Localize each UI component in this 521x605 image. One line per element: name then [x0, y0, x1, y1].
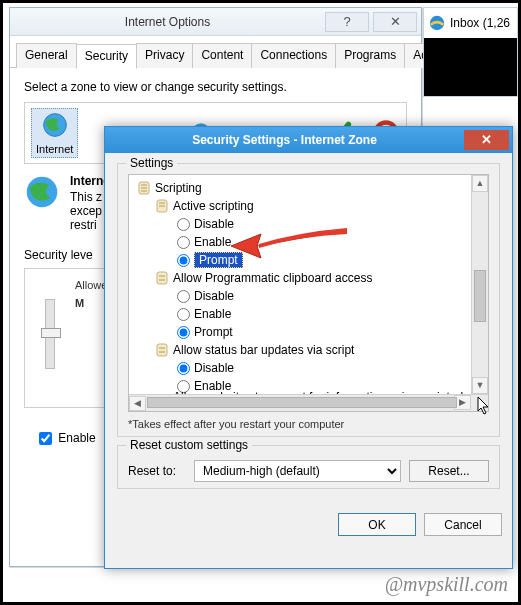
dialog-button-row: OK Cancel [105, 505, 512, 544]
settings-tree[interactable]: Scripting Active scripting Disable Enabl… [128, 174, 489, 412]
enable-pm-label: Enable [58, 431, 95, 445]
settings-legend: Settings [126, 156, 177, 170]
radio-prog-disable[interactable]: Disable [133, 287, 486, 305]
ss-close-button[interactable]: ✕ [464, 130, 509, 150]
enable-pm-checkbox[interactable] [39, 432, 52, 445]
globe-icon [41, 111, 69, 139]
scroll-icon [137, 181, 151, 195]
ss-titlebar: Security Settings - Internet Zone ✕ [105, 127, 512, 153]
level-slider[interactable] [45, 299, 55, 369]
radio-as-prompt[interactable]: Prompt [133, 251, 486, 269]
radio-status-disable[interactable]: Disable [133, 359, 486, 377]
io-title: Internet Options [10, 15, 325, 29]
scroll-icon [155, 199, 169, 213]
tab-general[interactable]: General [16, 43, 77, 68]
io-tabstrip: General Security Privacy Content Connect… [10, 36, 421, 68]
inbox-label: Inbox (1,26 [450, 16, 510, 30]
zone-internet-label: Internet [36, 143, 73, 155]
tree-allow-prog-clipboard[interactable]: Allow Programmatic clipboard access [133, 269, 486, 287]
cancel-button[interactable]: Cancel [424, 513, 502, 536]
io-titlebar: Internet Options ? ✕ [10, 8, 421, 36]
reset-level-select[interactable]: Medium-high (default) [194, 460, 401, 482]
radio-prog-prompt[interactable]: Prompt [133, 323, 486, 341]
scroll-left-button[interactable]: ◀ [129, 396, 146, 411]
tree-vscroll[interactable]: ▲ ▼ [471, 175, 488, 394]
ss-title: Security Settings - Internet Zone [105, 133, 464, 147]
level-medium-label: M [75, 297, 84, 309]
reset-button[interactable]: Reset... [409, 460, 489, 482]
tree-allow-status-bar[interactable]: Allow status bar updates via script [133, 341, 486, 359]
restart-note: *Takes effect after you restart your com… [128, 418, 489, 430]
radio-as-enable[interactable]: Enable [133, 233, 486, 251]
ok-button[interactable]: OK [338, 513, 416, 536]
tab-programs[interactable]: Programs [335, 43, 405, 68]
help-button[interactable]: ? [325, 12, 369, 32]
inbox-window-sliver: Inbox (1,26 [423, 7, 518, 97]
slider-thumb[interactable] [41, 328, 61, 338]
io-close-button[interactable]: ✕ [373, 12, 417, 32]
zone-prompt: Select a zone to view or change security… [24, 80, 407, 94]
hscroll-thumb[interactable] [147, 397, 457, 408]
tree-active-scripting[interactable]: Active scripting [133, 197, 486, 215]
radio-as-disable[interactable]: Disable [133, 215, 486, 233]
svg-rect-14 [157, 272, 167, 284]
radio-prog-enable[interactable]: Enable [133, 305, 486, 323]
zone-internet[interactable]: Internet [31, 108, 78, 158]
tree-hscroll[interactable]: ◀ ▶ [129, 394, 488, 411]
security-settings-dialog: Security Settings - Internet Zone ✕ Sett… [104, 126, 513, 569]
scroll-up-button[interactable]: ▲ [472, 175, 488, 192]
globe-icon [24, 174, 60, 210]
inbox-dark-area [424, 38, 517, 96]
tab-security[interactable]: Security [76, 44, 137, 69]
tab-content[interactable]: Content [192, 43, 252, 68]
scroll-icon [155, 343, 169, 357]
tab-privacy[interactable]: Privacy [136, 43, 193, 68]
scroll-thumb[interactable] [474, 270, 486, 322]
watermark: @mvpskill.com [385, 573, 508, 596]
scroll-icon [155, 271, 169, 285]
svg-rect-17 [157, 344, 167, 356]
tree-scripting[interactable]: Scripting [133, 179, 486, 197]
tab-connections[interactable]: Connections [251, 43, 336, 68]
reset-group: Reset custom settings Reset to: Medium-h… [117, 445, 500, 489]
scroll-down-button[interactable]: ▼ [472, 377, 488, 394]
reset-legend: Reset custom settings [126, 438, 252, 452]
reset-to-label: Reset to: [128, 464, 186, 478]
ie-icon [428, 14, 446, 32]
settings-group: Settings Scripting Active scripting Disa… [117, 163, 500, 437]
